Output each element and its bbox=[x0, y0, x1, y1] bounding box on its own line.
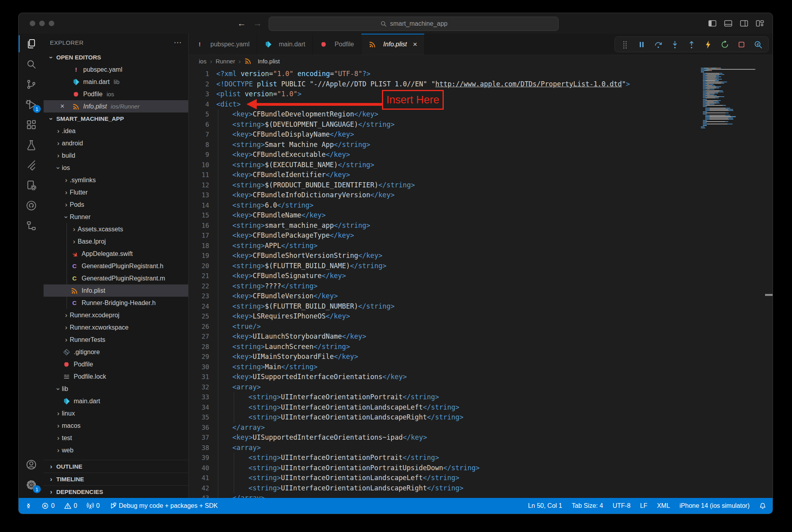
tree-folder-.symlinks[interactable]: ›.symlinks bbox=[44, 174, 188, 186]
tree-folder-test[interactable]: ›test bbox=[44, 432, 188, 444]
open-editor-pubspec.yaml[interactable]: !pubspec.yaml bbox=[44, 63, 188, 76]
status-bell[interactable] bbox=[759, 502, 766, 509]
tree-file-GeneratedPluginRegistrant.h[interactable]: CGeneratedPluginRegistrant.h bbox=[44, 260, 188, 272]
tree-file-AppDelegate.swift[interactable]: AppDelegate.swift bbox=[44, 248, 188, 260]
layout-customize-icon[interactable] bbox=[755, 19, 765, 28]
layout-sidebar-left-icon[interactable] bbox=[708, 19, 717, 28]
tree-folder-Assets.xcassets[interactable]: ›Assets.xcassets bbox=[44, 223, 188, 235]
tree-folder-Pods[interactable]: ›Pods bbox=[44, 198, 188, 211]
breadcrumb-item[interactable]: Runner bbox=[216, 58, 235, 65]
account-icon bbox=[26, 459, 37, 470]
status-error[interactable]: 0 bbox=[42, 502, 55, 509]
minimap[interactable] bbox=[701, 68, 760, 129]
open-editor-Podfile[interactable]: Podfileios bbox=[44, 88, 188, 100]
activity-item-flutter[interactable] bbox=[19, 155, 44, 175]
tab-Info.plist[interactable]: Info.plist× bbox=[361, 34, 425, 55]
tree-item-label: android bbox=[62, 140, 83, 147]
tree-file-Podfile[interactable]: Podfile bbox=[44, 358, 188, 370]
status-broadcast[interactable]: 0 bbox=[87, 502, 100, 509]
restart-icon[interactable] bbox=[720, 40, 729, 49]
section-timeline[interactable]: ›TIMELINE bbox=[44, 473, 188, 485]
tree-file-.gitignore[interactable]: .gitignore bbox=[44, 346, 188, 358]
section-dependencies[interactable]: ›DEPENDENCIES bbox=[44, 485, 188, 498]
status-iphone-14-ios-simulator-[interactable]: iPhone 14 (ios simulator) bbox=[679, 502, 750, 509]
tree-folder-RunnerTests[interactable]: ›RunnerTests bbox=[44, 334, 188, 346]
activity-item-account[interactable] bbox=[19, 454, 44, 475]
close-icon[interactable]: × bbox=[413, 40, 417, 49]
explorer-sidebar: EXPLORER ⋯ › OPEN EDITORS !pubspec.yamlm… bbox=[44, 34, 188, 498]
tab-pubspec.yaml[interactable]: !pubspec.yaml bbox=[189, 34, 257, 55]
status-xml[interactable]: XML bbox=[657, 502, 670, 509]
step-out-icon[interactable] bbox=[687, 40, 696, 49]
minimap-line bbox=[701, 84, 760, 85]
inspect-icon[interactable] bbox=[754, 40, 763, 49]
scrollbar-marker[interactable] bbox=[765, 294, 773, 296]
zoom-window-button[interactable] bbox=[49, 21, 54, 26]
step-into-icon[interactable] bbox=[670, 40, 679, 49]
activity-item-run-debug[interactable]: 1 bbox=[19, 94, 44, 114]
tree-folder-web[interactable]: ›web bbox=[44, 444, 188, 456]
minimap-line bbox=[701, 110, 760, 111]
tree-file-GeneratedPluginRegistrant.m[interactable]: CGeneratedPluginRegistrant.m bbox=[44, 272, 188, 284]
minimize-window-button[interactable] bbox=[39, 21, 45, 26]
status-debug[interactable]: Debug my code + packages + SDK bbox=[109, 502, 218, 509]
breadcrumb-item[interactable]: Info.plist bbox=[244, 57, 280, 65]
activity-item-extensions[interactable] bbox=[19, 114, 44, 135]
code-editor[interactable]: 1<?xml version="1.0" encoding="UTF-8"?>2… bbox=[189, 67, 773, 498]
tree-file-main.dart[interactable]: main.dart bbox=[44, 395, 188, 407]
activity-item-testing[interactable] bbox=[19, 135, 44, 155]
section-outline[interactable]: ›OUTLINE bbox=[44, 460, 188, 473]
tree-folder-lib[interactable]: ›lib bbox=[44, 383, 188, 395]
tree-file-Info.plist[interactable]: Info.plist bbox=[44, 284, 188, 297]
status-remote[interactable] bbox=[25, 502, 32, 509]
minimap-line bbox=[701, 83, 760, 84]
close-window-button[interactable] bbox=[30, 21, 35, 26]
activity-item-search[interactable] bbox=[19, 54, 44, 74]
tab-Podfile[interactable]: Podfile bbox=[313, 34, 361, 55]
open-editor-Info.plist[interactable]: ×Info.plistios/Runner bbox=[44, 100, 188, 113]
tab-main.dart[interactable]: main.dart bbox=[257, 34, 313, 55]
gripper-icon[interactable] bbox=[620, 40, 630, 49]
back-arrow-icon[interactable]: ← bbox=[237, 18, 246, 29]
flash-icon[interactable] bbox=[704, 40, 713, 49]
activity-item-source-control[interactable] bbox=[19, 74, 44, 94]
open-editor-main.dart[interactable]: main.dartlib bbox=[44, 76, 188, 88]
layout-sidebar-right-icon[interactable] bbox=[739, 19, 749, 28]
code-line-42: 42<string>UIInterfaceOrientationLandscap… bbox=[189, 483, 773, 494]
tree-folder-macos[interactable]: ›macos bbox=[44, 419, 188, 432]
tree-folder-android[interactable]: ›android bbox=[44, 137, 188, 149]
layout-panel-icon[interactable] bbox=[723, 19, 733, 28]
project-section-header[interactable]: › SMART_MACHINE_APP bbox=[44, 113, 188, 125]
status-utf-8[interactable]: UTF-8 bbox=[613, 502, 630, 509]
pause-icon[interactable] bbox=[637, 40, 646, 49]
tree-folder-.idea[interactable]: ›.idea bbox=[44, 125, 188, 137]
close-icon[interactable]: × bbox=[60, 102, 65, 111]
more-actions-icon[interactable]: ⋯ bbox=[174, 38, 182, 47]
tree-folder-linux[interactable]: ›linux bbox=[44, 407, 188, 419]
tree-folder-Runner[interactable]: ›Runner bbox=[44, 211, 188, 223]
tree-folder-Runner.xcodeproj[interactable]: ›Runner.xcodeproj bbox=[44, 309, 188, 321]
activity-item-references[interactable] bbox=[19, 215, 44, 236]
chevron-right-icon: › bbox=[55, 446, 62, 454]
command-center-search[interactable]: smart_machine_app bbox=[269, 17, 559, 31]
step-over-icon[interactable] bbox=[654, 40, 663, 49]
breadcrumb-item[interactable]: ios bbox=[199, 58, 206, 65]
stop-icon[interactable] bbox=[737, 40, 746, 49]
tree-folder-build[interactable]: ›build bbox=[44, 149, 188, 162]
status-warning[interactable]: 0 bbox=[64, 502, 77, 509]
status-ln-50-col-1[interactable]: Ln 50, Col 1 bbox=[528, 502, 562, 509]
activity-item-project-config[interactable] bbox=[19, 175, 44, 195]
tree-folder-ios[interactable]: ›ios bbox=[44, 162, 188, 174]
activity-item-github[interactable] bbox=[19, 195, 44, 215]
status-lf[interactable]: LF bbox=[640, 502, 647, 509]
tree-folder-Flutter[interactable]: ›Flutter bbox=[44, 186, 188, 198]
tree-folder-Runner.xcworkspace[interactable]: ›Runner.xcworkspace bbox=[44, 321, 188, 334]
open-editors-header[interactable]: › OPEN EDITORS bbox=[44, 51, 188, 63]
status-tab-size-4[interactable]: Tab Size: 4 bbox=[572, 502, 603, 509]
tree-folder-Base.lproj[interactable]: ›Base.lproj bbox=[44, 235, 188, 248]
tree-file-Runner-Bridging-Header.h[interactable]: CRunner-Bridging-Header.h bbox=[44, 297, 188, 309]
tree-file-Podfile.lock[interactable]: Podfile.lock bbox=[44, 370, 188, 383]
forward-arrow-icon[interactable]: → bbox=[253, 18, 262, 29]
activity-item-settings[interactable]: 1 bbox=[19, 475, 44, 495]
activity-item-explorer[interactable] bbox=[19, 34, 44, 54]
